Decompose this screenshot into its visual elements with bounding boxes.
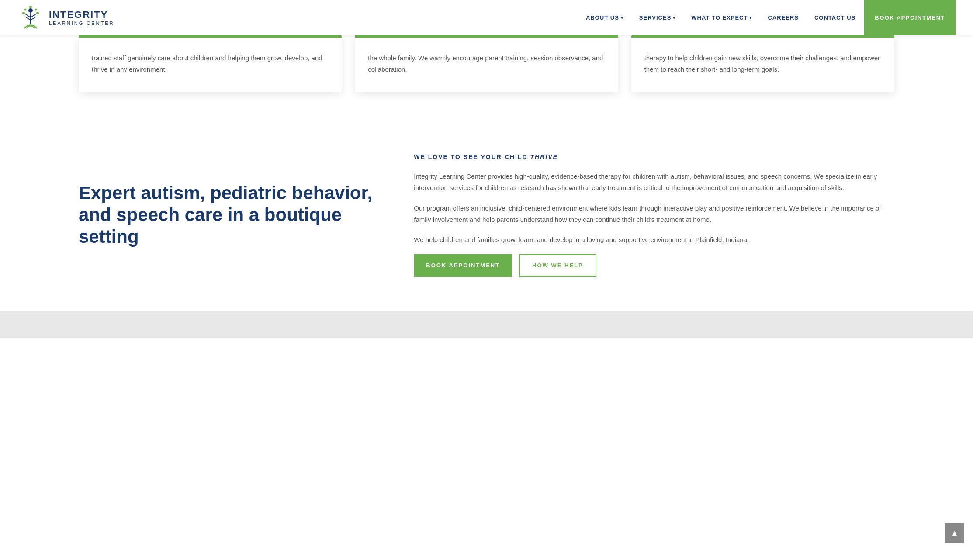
nav-links: ABOUT US ▾ SERVICES ▾ WHAT TO EXPECT ▾ C…: [579, 0, 956, 35]
svg-line-3: [31, 14, 36, 17]
tagline-plain: WE LOVE TO SEE YOUR CHILD: [414, 153, 530, 160]
svg-line-5: [31, 17, 35, 20]
tagline-italic: THRIVE: [530, 153, 557, 160]
card-3: therapy to help children gain new skills…: [631, 35, 894, 92]
chevron-down-icon: ▾: [749, 15, 752, 20]
logo-text: INTEGRITY LEARNING CENTER: [49, 9, 114, 26]
headline-area: Expert autism, pediatric behavior, and s…: [79, 182, 379, 248]
chevron-down-icon: ▾: [621, 15, 623, 20]
nav-book-appointment-button[interactable]: BOOK APPOINTMENT: [864, 0, 956, 35]
chevron-down-icon: ▾: [673, 15, 675, 20]
svg-point-10: [29, 6, 32, 8]
card-1-text: trained staff genuinely care about child…: [92, 52, 329, 75]
svg-point-8: [24, 9, 27, 11]
card-3-text: therapy to help children gain new skills…: [644, 52, 881, 75]
footer-bar: [0, 311, 973, 338]
nav-services[interactable]: SERVICES ▾: [632, 10, 683, 25]
book-appointment-button[interactable]: BOOK APPOINTMENT: [414, 254, 512, 277]
card-top-bar: [355, 35, 618, 38]
svg-point-0: [28, 8, 33, 13]
main-section: Expert autism, pediatric behavior, and s…: [0, 118, 973, 311]
cards-section: trained staff genuinely care about child…: [0, 35, 973, 118]
svg-line-4: [26, 17, 31, 20]
nav-about-us[interactable]: ABOUT US ▾: [579, 10, 630, 25]
card-2-text: the whole family. We warmly encourage pa…: [368, 52, 605, 75]
content-area: WE LOVE TO SEE YOUR CHILD THRIVE Integri…: [414, 153, 894, 277]
nav-contact-us[interactable]: CONTACT US: [807, 10, 862, 25]
cta-buttons: BOOK APPOINTMENT HOW WE HELP: [414, 254, 894, 277]
card-top-bar: [631, 35, 894, 38]
how-we-help-button[interactable]: HOW WE HELP: [519, 254, 596, 277]
logo-brand: INTEGRITY: [49, 9, 114, 21]
paragraph-1: Integrity Learning Center provides high-…: [414, 171, 894, 194]
nav-careers[interactable]: CAREERS: [761, 10, 806, 25]
nav-what-to-expect[interactable]: WHAT TO EXPECT ▾: [684, 10, 759, 25]
card-top-bar: [79, 35, 342, 38]
card-2: the whole family. We warmly encourage pa…: [355, 35, 618, 92]
svg-point-9: [35, 9, 37, 11]
paragraph-2: Our program offers an inclusive, child-c…: [414, 203, 894, 226]
cards-row: trained staff genuinely care about child…: [79, 35, 894, 92]
card-1: trained staff genuinely care about child…: [79, 35, 342, 92]
logo-subtitle: LEARNING CENTER: [49, 21, 114, 26]
paragraph-3: We help children and families grow, lear…: [414, 234, 894, 245]
logo[interactable]: INTEGRITY LEARNING CENTER: [17, 4, 114, 31]
svg-point-6: [22, 12, 25, 14]
page-headline: Expert autism, pediatric behavior, and s…: [79, 182, 379, 248]
logo-icon: [17, 4, 44, 31]
navbar: INTEGRITY LEARNING CENTER ABOUT US ▾ SER…: [0, 0, 973, 35]
svg-line-2: [25, 14, 31, 17]
page-content: trained staff genuinely care about child…: [0, 35, 973, 338]
tagline: WE LOVE TO SEE YOUR CHILD THRIVE: [414, 153, 894, 160]
svg-point-7: [36, 12, 39, 14]
